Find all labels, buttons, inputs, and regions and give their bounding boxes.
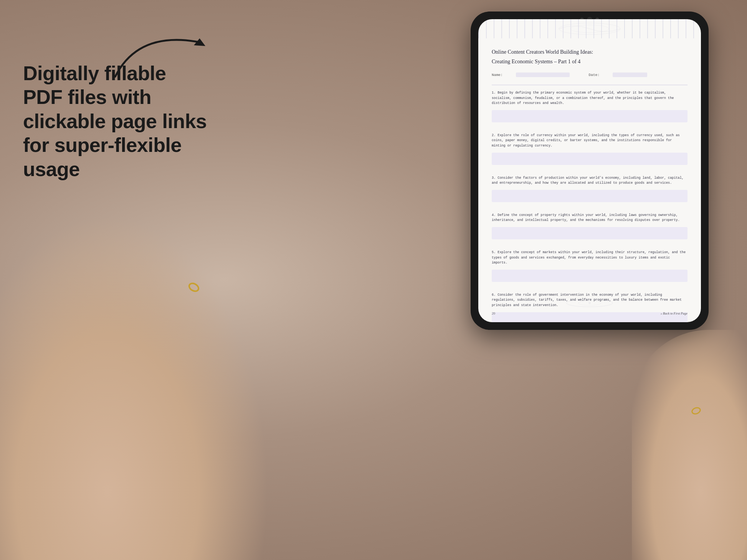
pdf-title-line1: Online Content Creators World Building I… [492,48,688,56]
pdf-title-section: Online Content Creators World Building I… [492,48,688,66]
pdf-item-1-text: 1. Begin by defining the primary economi… [492,91,688,106]
pdf-item-5-text: 5. Explore the concept of markets within… [492,250,688,266]
tablet-frame: Online Content Creators World Building I… [471,12,709,330]
pdf-footer: 20 » Back to First Page [492,311,688,315]
pdf-content: Online Content Creators World Building I… [478,19,701,322]
pdf-item-2: 2. Explore the role of currency within y… [492,133,688,165]
bottom-ornament-icon [551,298,628,308]
arrow-container [107,23,223,84]
date-label: Date: [589,73,600,77]
pdf-item-3: 3. Consider the factors of production wi… [492,176,688,202]
pdf-title-line2: Creating Economic Systems – Part 1 of 4 [492,58,688,66]
pdf-answer-box-5[interactable] [492,270,688,282]
pdf-answer-box-3[interactable] [492,190,688,202]
tablet-screen: Online Content Creators World Building I… [478,19,701,322]
svg-point-5 [588,302,591,304]
name-field[interactable] [516,72,570,77]
pdf-divider [492,85,688,85]
pdf-item-4: 4. Define the concept of property rights… [492,213,688,239]
hand-right [632,330,747,560]
curved-arrow-icon [107,23,223,84]
pdf-answer-box-2[interactable] [492,153,688,165]
pdf-name-date-row: Name: Date: [492,72,688,77]
back-to-first-page-link[interactable]: » Back to First Page [661,311,688,315]
pdf-answer-box-4[interactable] [492,227,688,239]
hand-left [0,215,269,560]
page-number: 20 [492,311,495,315]
name-label: Name: [492,73,503,77]
pdf-item-4-text: 4. Define the concept of property rights… [492,213,688,223]
pdf-item-1: 1. Begin by defining the primary economi… [492,91,688,122]
pdf-item-5: 5. Explore the concept of markets within… [492,250,688,282]
date-field[interactable] [613,72,647,77]
pdf-bottom-decoration [478,297,701,309]
pdf-item-3-text: 3. Consider the factors of production wi… [492,176,688,186]
pdf-item-2-text: 2. Explore the role of currency within y… [492,133,688,149]
pdf-answer-box-1[interactable] [492,110,688,122]
